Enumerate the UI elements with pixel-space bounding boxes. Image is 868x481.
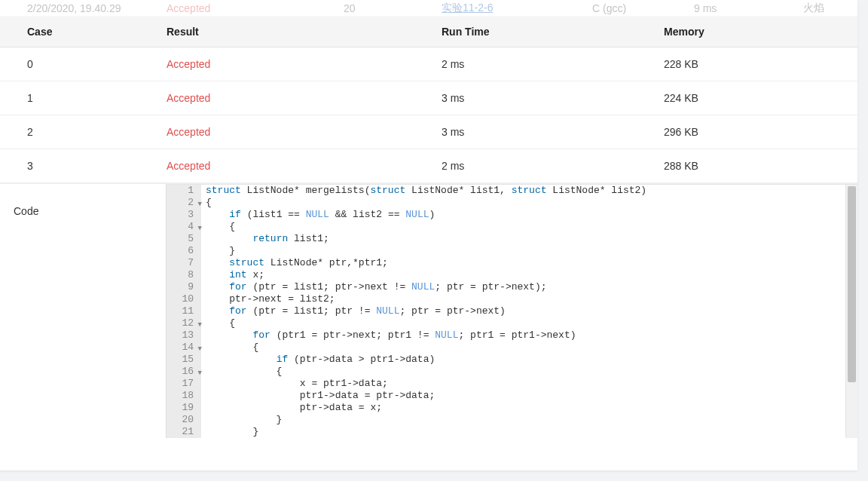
- code-line[interactable]: 20 }: [167, 414, 857, 426]
- code-line[interactable]: 4▼ {: [167, 221, 857, 233]
- code-line[interactable]: 14▼ {: [167, 342, 857, 354]
- code-scrollbar-thumb[interactable]: [848, 186, 856, 382]
- submission-language: C (gcc): [592, 2, 694, 14]
- line-number: 4▼: [167, 221, 201, 233]
- line-number: 7: [167, 257, 201, 269]
- code-content[interactable]: struct ListNode* ptr,*ptr1;: [201, 257, 388, 269]
- line-number: 16▼: [167, 366, 201, 378]
- code-content[interactable]: x = ptr1->data;: [201, 378, 388, 390]
- submission-date: 2/20/2020, 19.40.29: [27, 2, 167, 14]
- cell-result: Accepted: [167, 160, 442, 172]
- line-number: 17: [167, 378, 201, 390]
- table-row: 2Accepted3 ms296 KB: [0, 115, 857, 149]
- line-number: 5: [167, 233, 201, 245]
- cell-memory: 228 KB: [664, 58, 830, 70]
- code-line[interactable]: 19 ptr->data = x;: [167, 402, 857, 414]
- code-content[interactable]: int x;: [201, 269, 264, 281]
- code-line[interactable]: 6 }: [167, 245, 857, 257]
- code-content[interactable]: ptr1->data = ptr->data;: [201, 390, 435, 402]
- line-number: 6: [167, 245, 201, 257]
- code-line[interactable]: 18 ptr1->data = ptr->data;: [167, 390, 857, 402]
- cell-case: 0: [27, 58, 167, 70]
- code-line[interactable]: 2▼{: [167, 197, 857, 209]
- submission-time: 9 ms: [694, 2, 803, 14]
- code-content[interactable]: }: [201, 426, 258, 438]
- table-row: 1Accepted3 ms224 KB: [0, 81, 857, 115]
- cell-memory: 224 KB: [664, 92, 830, 104]
- cell-runtime: 2 ms: [442, 160, 664, 172]
- line-number: 13: [167, 329, 201, 342]
- cell-case: 3: [27, 160, 167, 172]
- cell-result: Accepted: [167, 92, 442, 104]
- code-editor[interactable]: 1struct ListNode* mergelists(struct List…: [166, 184, 857, 438]
- code-content[interactable]: for (ptr = list1; ptr != NULL; ptr = ptr…: [201, 305, 506, 317]
- code-line[interactable]: 3 if (list1 == NULL && list2 == NULL): [167, 209, 857, 221]
- code-line[interactable]: 15 if (ptr->data > ptr1->data): [167, 354, 857, 366]
- cell-result: Accepted: [167, 126, 442, 138]
- table-header: Case Result Run Time Memory: [0, 17, 857, 47]
- header-case: Case: [27, 26, 167, 38]
- code-content[interactable]: for (ptr1 = ptr->next; ptr1 != NULL; ptr…: [201, 329, 576, 342]
- code-scrollbar[interactable]: [845, 185, 857, 438]
- cell-runtime: 2 ms: [442, 58, 664, 70]
- table-row: 3Accepted2 ms288 KB: [0, 149, 857, 183]
- code-content[interactable]: {: [201, 342, 258, 354]
- code-content[interactable]: ptr->data = x;: [201, 402, 382, 414]
- submission-problem-link[interactable]: 实验11-2-6: [442, 2, 592, 15]
- line-number: 20: [167, 414, 201, 426]
- code-content[interactable]: {: [201, 317, 235, 329]
- line-number: 10: [167, 293, 201, 305]
- code-line[interactable]: 11 for (ptr = list1; ptr != NULL; ptr = …: [167, 305, 857, 317]
- cell-case: 1: [27, 92, 167, 104]
- code-line[interactable]: 8 int x;: [167, 269, 857, 281]
- code-line[interactable]: 21 }: [167, 426, 857, 438]
- code-line[interactable]: 12▼ {: [167, 317, 857, 329]
- line-number: 3: [167, 209, 201, 221]
- code-label: Code: [0, 184, 166, 438]
- cell-memory: 296 KB: [664, 126, 830, 138]
- code-content[interactable]: if (list1 == NULL && list2 == NULL): [201, 209, 435, 221]
- header-memory: Memory: [664, 26, 830, 38]
- main-panel: 2/20/2020, 19.40.29 Accepted 20 实验11-2-6…: [0, 0, 857, 470]
- cell-runtime: 3 ms: [442, 92, 664, 104]
- line-number: 1: [167, 185, 201, 197]
- code-content[interactable]: {: [201, 366, 282, 378]
- code-line[interactable]: 1struct ListNode* mergelists(struct List…: [167, 185, 857, 197]
- code-line[interactable]: 16▼ {: [167, 366, 857, 378]
- line-number: 18: [167, 390, 201, 402]
- code-line[interactable]: 9 for (ptr = list1; ptr->next != NULL; p…: [167, 281, 857, 293]
- submission-score: 20: [344, 2, 442, 14]
- code-line[interactable]: 7 struct ListNode* ptr,*ptr1;: [167, 257, 857, 269]
- line-number: 19: [167, 402, 201, 414]
- line-number: 15: [167, 354, 201, 366]
- line-number: 9: [167, 281, 201, 293]
- code-content[interactable]: if (ptr->data > ptr1->data): [201, 354, 435, 366]
- submission-summary-row: 2/20/2020, 19.40.29 Accepted 20 实验11-2-6…: [0, 0, 857, 17]
- submission-user: 火焰: [803, 2, 830, 15]
- line-number: 21: [167, 426, 201, 438]
- code-line[interactable]: 17 x = ptr1->data;: [167, 378, 857, 390]
- code-content[interactable]: for (ptr = list1; ptr->next != NULL; ptr…: [201, 281, 547, 293]
- code-content[interactable]: {: [201, 221, 235, 233]
- code-line[interactable]: 10 ptr->next = list2;: [167, 293, 857, 305]
- line-number: 12▼: [167, 317, 201, 329]
- line-number: 11: [167, 305, 201, 317]
- line-number: 14▼: [167, 342, 201, 354]
- code-content[interactable]: struct ListNode* mergelists(struct ListN…: [201, 185, 646, 197]
- header-result: Result: [167, 26, 442, 38]
- cell-runtime: 3 ms: [442, 126, 664, 138]
- line-number: 2▼: [167, 197, 201, 209]
- code-content[interactable]: }: [201, 414, 282, 426]
- code-content[interactable]: return list1;: [201, 233, 329, 245]
- code-content[interactable]: ptr->next = list2;: [201, 293, 335, 305]
- cell-result: Accepted: [167, 58, 442, 70]
- code-line[interactable]: 5 return list1;: [167, 233, 857, 245]
- submission-status: Accepted: [167, 2, 344, 14]
- cell-case: 2: [27, 126, 167, 138]
- line-number: 8: [167, 269, 201, 281]
- code-line[interactable]: 13 for (ptr1 = ptr->next; ptr1 != NULL; …: [167, 329, 857, 342]
- header-runtime: Run Time: [442, 26, 664, 38]
- table-row: 0Accepted2 ms228 KB: [0, 47, 857, 81]
- code-content[interactable]: }: [201, 245, 235, 257]
- code-content[interactable]: {: [201, 197, 212, 209]
